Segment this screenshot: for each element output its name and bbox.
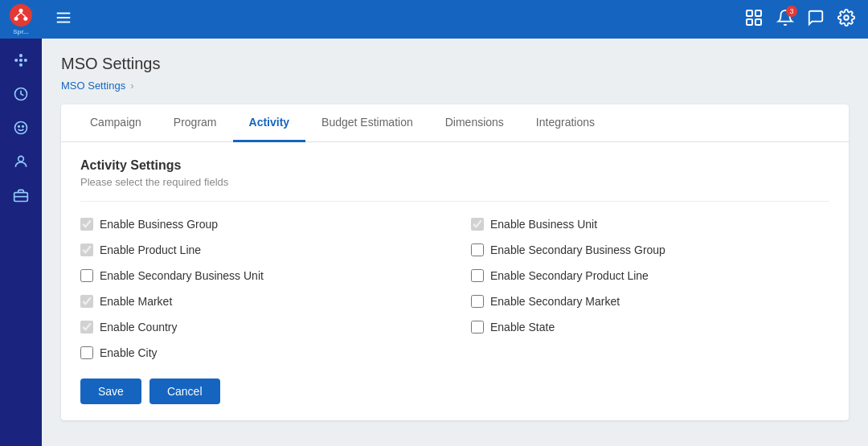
tab-activity[interactable]: Activity <box>233 104 306 142</box>
checkbox-item-secondary-business-unit[interactable]: Enable Secondary Business Unit <box>80 269 439 282</box>
app-name: Spr... <box>13 28 29 35</box>
settings-content: Activity Settings Please select the requ… <box>61 142 849 420</box>
sidebar-nav <box>0 39 42 217</box>
main-container: 3 MSO Settings MSO Settings › <box>42 0 868 446</box>
checkbox-label-product-line: Enable Product Line <box>100 243 201 256</box>
topbar-left <box>55 9 72 31</box>
logo-icon <box>10 4 32 27</box>
checkbox-label-secondary-product-line: Enable Secondary Product Line <box>490 269 649 282</box>
checkbox-item-secondary-market[interactable]: Enable Secondary Market <box>471 295 829 308</box>
svg-line-4 <box>21 12 26 16</box>
checkbox-secondary-market[interactable] <box>471 295 484 308</box>
svg-point-14 <box>18 156 24 162</box>
svg-rect-22 <box>747 19 752 25</box>
breadcrumb-link[interactable]: MSO Settings <box>61 80 125 92</box>
tabs-container: Campaign Program Activity Budget Estimat… <box>61 104 849 142</box>
apps-icon[interactable] <box>744 8 764 31</box>
sidebar-item-briefcase[interactable] <box>4 180 38 211</box>
checkbox-label-secondary-business-group: Enable Secondary Business Group <box>490 243 665 256</box>
svg-point-11 <box>15 122 27 134</box>
svg-point-5 <box>20 55 23 57</box>
settings-card: Campaign Program Activity Budget Estimat… <box>61 104 849 420</box>
svg-point-12 <box>18 126 20 128</box>
svg-point-2 <box>23 16 27 20</box>
checkbox-country[interactable] <box>80 321 93 333</box>
checkbox-label-country: Enable Country <box>100 321 178 333</box>
checkbox-label-business-group: Enable Business Group <box>100 218 218 231</box>
checkbox-item-product-line[interactable]: Enable Product Line <box>80 243 439 256</box>
cancel-button[interactable]: Cancel <box>149 378 220 404</box>
checkbox-secondary-business-group[interactable] <box>471 243 484 256</box>
svg-rect-20 <box>747 10 752 16</box>
checkbox-item-country[interactable]: Enable Country <box>80 321 439 333</box>
svg-point-9 <box>25 59 27 62</box>
checkbox-secondary-product-line[interactable] <box>471 269 484 282</box>
svg-point-0 <box>19 8 23 12</box>
checkbox-business-unit[interactable] <box>471 218 484 231</box>
app-logo: Spr... <box>0 0 42 39</box>
checkbox-item-state[interactable]: Enable State <box>471 321 829 333</box>
svg-point-6 <box>20 59 23 62</box>
checkbox-label-secondary-business-unit: Enable Secondary Business Unit <box>100 269 264 282</box>
tab-program[interactable]: Program <box>158 104 233 142</box>
checkbox-label-secondary-market: Enable Secondary Market <box>490 295 620 308</box>
hamburger-icon[interactable] <box>55 9 72 31</box>
sidebar-item-smile[interactable] <box>4 113 38 143</box>
topbar-right: 3 <box>744 8 855 31</box>
page-title: MSO Settings <box>61 55 849 73</box>
actions-container: Save Cancel <box>80 378 829 404</box>
sidebar: Spr... <box>0 0 42 446</box>
topbar: 3 <box>42 0 868 39</box>
checkbox-market[interactable] <box>80 295 93 308</box>
svg-line-3 <box>16 12 21 16</box>
checkbox-item-secondary-product-line[interactable]: Enable Secondary Product Line <box>471 269 829 282</box>
breadcrumb: MSO Settings › <box>61 80 849 92</box>
checkbox-item-market[interactable]: Enable Market <box>80 295 439 308</box>
settings-subtitle: Please select the required fields <box>80 176 829 202</box>
svg-point-13 <box>23 126 24 128</box>
checkbox-product-line[interactable] <box>80 243 93 256</box>
svg-point-7 <box>20 64 23 67</box>
checkbox-state[interactable] <box>471 321 484 333</box>
checkbox-label-market: Enable Market <box>100 295 172 308</box>
tab-integrations[interactable]: Integrations <box>520 104 611 142</box>
svg-point-8 <box>15 59 18 62</box>
checkbox-city[interactable] <box>80 346 93 359</box>
checkbox-business-group[interactable] <box>80 218 93 231</box>
checkbox-secondary-business-unit[interactable] <box>80 269 93 282</box>
svg-rect-21 <box>755 10 761 16</box>
settings-icon[interactable] <box>837 9 855 31</box>
checkbox-label-business-unit: Enable Business Unit <box>490 218 597 231</box>
notification-badge: 3 <box>786 6 797 17</box>
svg-point-1 <box>14 16 18 20</box>
notifications-icon[interactable]: 3 <box>776 9 794 31</box>
breadcrumb-separator: › <box>130 80 133 92</box>
checkbox-item-business-group[interactable]: Enable Business Group <box>80 218 439 231</box>
checkbox-label-city: Enable City <box>100 346 158 359</box>
tab-budget-estimation[interactable]: Budget Estimation <box>305 104 429 142</box>
tab-campaign[interactable]: Campaign <box>74 104 158 142</box>
checkbox-item-business-unit[interactable]: Enable Business Unit <box>471 218 829 231</box>
checkbox-item-city[interactable]: Enable City <box>80 346 439 359</box>
chat-icon[interactable] <box>807 9 825 31</box>
sidebar-item-person[interactable] <box>4 146 38 177</box>
svg-rect-23 <box>755 19 761 25</box>
sidebar-item-clock[interactable] <box>4 79 38 109</box>
settings-title: Activity Settings <box>80 158 829 173</box>
svg-point-24 <box>844 15 849 20</box>
sidebar-item-dots[interactable] <box>4 45 38 76</box>
checkbox-label-state: Enable State <box>490 321 555 333</box>
tab-dimensions[interactable]: Dimensions <box>429 104 520 142</box>
checkbox-item-secondary-business-group[interactable]: Enable Secondary Business Group <box>471 243 829 256</box>
checkboxes-grid: Enable Business Group Enable Business Un… <box>80 218 829 359</box>
save-button[interactable]: Save <box>80 378 141 404</box>
content-area: MSO Settings MSO Settings › Campaign Pro… <box>42 39 868 446</box>
